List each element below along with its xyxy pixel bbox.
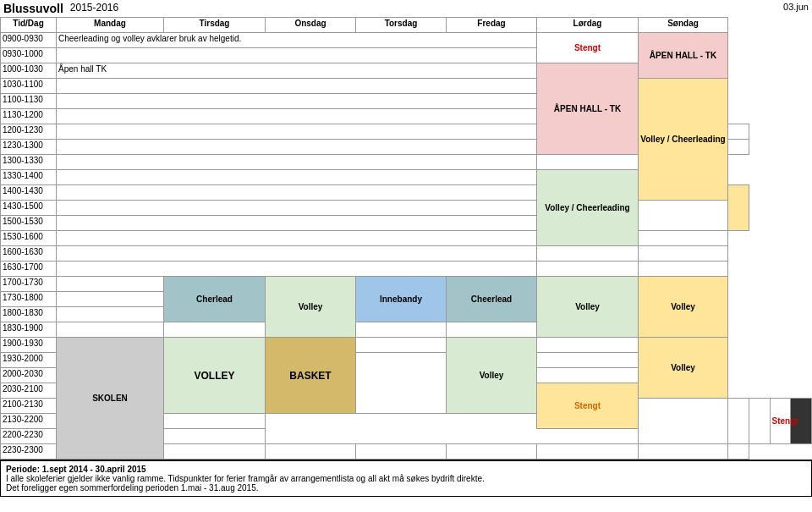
empty-mandag4 <box>164 444 266 460</box>
stengt3-lordag: Stengt <box>537 383 639 429</box>
volley-lordag: Volley <box>537 277 639 338</box>
col-header-sondag: Søndag <box>639 18 728 33</box>
empty-lordag <box>728 124 749 140</box>
cherlead-cell: Cherlead <box>164 277 266 322</box>
time-cell: 2200-2230 <box>1 429 57 444</box>
time-cell: 1330-1400 <box>1 170 57 185</box>
time-cell: 2000-2030 <box>1 368 57 383</box>
col-header-time: Tid/Dag <box>1 18 57 33</box>
empty-lordag4 <box>537 338 639 353</box>
empty-lordag5 <box>537 353 639 368</box>
top-header: Blussuvoll 2015-2016 03.jun <box>0 0 812 17</box>
empty-lordag3 <box>537 262 639 277</box>
col-header-onsdag: Onsdag <box>266 18 356 33</box>
schedule-table: Tid/Dag Mandag Tirsdag Onsdag Torsdag Fr… <box>0 17 812 460</box>
empty-torsdag3 <box>749 399 770 444</box>
notice-cell: Cheerleading og volley avklarer bruk av … <box>57 33 537 48</box>
header-row: Tid/Dag Mandag Tirsdag Onsdag Torsdag Fr… <box>1 18 812 33</box>
empty-sondag3 <box>639 262 728 277</box>
empty-mandag <box>57 277 164 292</box>
time-cell: 1400-1430 <box>1 185 57 201</box>
time-cell: 1230-1300 <box>1 140 57 155</box>
empty-onsdag3 <box>356 444 447 460</box>
time-cell: 2230-2300 <box>1 444 57 460</box>
aapen-hall-tk-lordag: ÅPEN HALL - TK <box>537 63 639 155</box>
empty-sondag4 <box>728 444 749 460</box>
time-cell: 1900-1930 <box>1 338 57 353</box>
empty-cell <box>57 124 537 140</box>
stengt-fredag: Stengt <box>770 399 791 444</box>
footer-line1: I alle skoleferier gjelder ikke vanlig r… <box>6 474 485 483</box>
table-row: 1600-1630 <box>1 246 812 262</box>
empty-cell <box>57 170 537 185</box>
volley-onsdag: Volley <box>266 277 356 338</box>
empty-fredag2 <box>537 444 639 460</box>
empty-cell <box>57 48 537 63</box>
time-cell: 1830-1900 <box>1 322 57 338</box>
time-cell: 1500-1530 <box>1 216 57 231</box>
footer-period: Periode: 1.sept 2014 - 30.april 2015 <box>6 465 146 474</box>
time-cell: 1800-1830 <box>1 307 57 322</box>
empty-tirsdag <box>164 322 266 338</box>
aapen-hall-cell: Åpen hall TK <box>57 63 537 79</box>
volley5-cell: Volley <box>447 338 537 414</box>
volley-cheerleading-lordag: Volley / Cheerleading <box>537 170 639 246</box>
innebandy-torsdag: Innebandy <box>356 277 447 322</box>
table-row: 1500-1530 <box>1 216 812 231</box>
empty-lordag <box>728 140 749 155</box>
table-row: 1630-1700 <box>1 262 812 277</box>
time-cell: 1300-1330 <box>1 155 57 170</box>
table-row: 1900-1930 SKOLEN VOLLEY BASKET Volley Vo… <box>1 338 812 353</box>
stengt-lordag: Stengt <box>537 33 639 63</box>
col-header-torsdag: Torsdag <box>356 18 447 33</box>
empty-cell <box>57 201 537 216</box>
time-cell: 1700-1730 <box>1 277 57 292</box>
empty-lordag6 <box>537 368 639 383</box>
col-header-tirsdag: Tirsdag <box>164 18 266 33</box>
empty-mandag3 <box>164 429 266 444</box>
time-cell: 2100-2130 <box>1 399 57 414</box>
skolen-cell: SKOLEN <box>57 338 164 460</box>
time-cell: 0900-0930 <box>1 33 57 48</box>
empty-torsdag <box>356 322 447 338</box>
cheerlead-fredag: Cheerlead <box>447 277 537 322</box>
empty-mandag <box>57 307 164 322</box>
aapen-hall-tk-sondag: ÅPEN HALL - TK <box>639 33 728 79</box>
empty-cell <box>57 216 537 231</box>
time-cell: 1430-1500 <box>1 201 57 216</box>
time-cell: 1730-1800 <box>1 292 57 307</box>
empty-cell <box>57 231 537 246</box>
empty-fredag <box>447 322 537 338</box>
empty-lordag <box>537 155 639 170</box>
volley-cheerleading-sondag: Volley / Cheerleading <box>639 79 728 201</box>
time-cell: 2130-2200 <box>1 414 57 429</box>
time-cell: 1930-2000 <box>1 353 57 368</box>
volley-big-cell: VOLLEY <box>164 338 266 414</box>
time-cell: 1030-1100 <box>1 79 57 94</box>
empty-cell <box>57 109 537 124</box>
volley6-cell: Volley <box>639 338 728 399</box>
page: Blussuvoll 2015-2016 03.jun Tid/Dag Mand… <box>0 0 812 512</box>
time-cell: 1130-1200 <box>1 109 57 124</box>
time-cell: 1630-1700 <box>1 262 57 277</box>
empty-mandag <box>57 292 164 307</box>
empty-onsdag2 <box>728 399 749 444</box>
empty-mandag <box>57 322 164 338</box>
table-row: 0900-0930 Cheerleading og volley avklare… <box>1 33 812 48</box>
volley-cheerleading-sondag2 <box>728 185 749 231</box>
year-range: 2015-2016 <box>70 2 118 15</box>
col-header-lordag: Lørdag <box>537 18 639 33</box>
empty-torsdag4 <box>447 444 537 460</box>
footer-line2: Det foreligger egen sommerfordeling peri… <box>6 483 259 493</box>
col-header-fredag: Fredag <box>447 18 537 33</box>
time-cell: 1600-1630 <box>1 246 57 262</box>
time-cell: 1100-1130 <box>1 94 57 109</box>
empty-tirsdag2 <box>639 399 728 444</box>
empty-tirsdag3 <box>266 444 356 460</box>
empty-lordag2 <box>537 246 639 262</box>
empty-cell <box>57 155 537 170</box>
time-cell: 0930-1000 <box>1 48 57 63</box>
empty-torsdag2 <box>356 338 447 353</box>
volley-fredag-empty <box>356 353 447 414</box>
date-label: 03.jun <box>783 2 809 15</box>
